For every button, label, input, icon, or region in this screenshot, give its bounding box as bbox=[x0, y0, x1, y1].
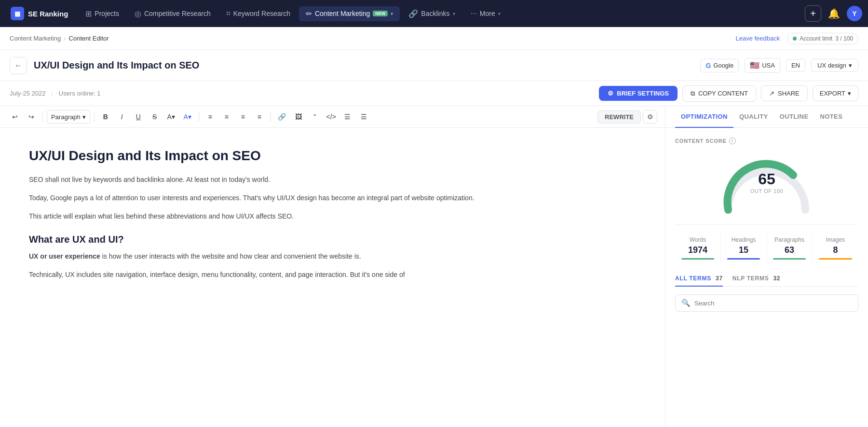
title-right: G Google 🇺🇸 USA EN UX design ▾ bbox=[700, 58, 858, 73]
stat-headings-value: 15 bbox=[739, 245, 748, 255]
bullet-list-button[interactable]: ☰ bbox=[340, 110, 355, 124]
tab-outline[interactable]: OUTLINE bbox=[774, 106, 814, 128]
terms-search-icon: 🔍 bbox=[681, 299, 691, 307]
link-button[interactable]: 🔗 bbox=[275, 110, 289, 124]
nav-item-more[interactable]: ··· More ▾ bbox=[464, 6, 507, 21]
search-engine-label: Google bbox=[713, 62, 733, 69]
content-score-info-icon[interactable]: i bbox=[729, 138, 736, 144]
document-title: UX/UI Design and Its Impact on SEO bbox=[34, 60, 199, 71]
tab-quality[interactable]: QUALITY bbox=[733, 106, 774, 128]
breadcrumb-parent[interactable]: Content Marketing bbox=[10, 35, 61, 42]
terms-search-wrap[interactable]: 🔍 bbox=[675, 294, 858, 312]
nav-label-projects: Projects bbox=[95, 10, 119, 17]
language-selector[interactable]: EN bbox=[786, 59, 805, 72]
top-navigation: ▦ SE Ranking ⊞ Projects ◎ Competitive Re… bbox=[0, 0, 868, 27]
country-selector[interactable]: 🇺🇸 USA bbox=[745, 58, 780, 73]
leave-feedback-link[interactable]: Leave feedback bbox=[735, 35, 780, 42]
logo[interactable]: ▦ SE Ranking bbox=[6, 7, 73, 20]
undo-button[interactable]: ↩ bbox=[8, 110, 22, 124]
breadcrumb-separator: › bbox=[64, 35, 66, 42]
align-right-button[interactable]: ≡ bbox=[236, 110, 250, 124]
keyword-chevron-icon: ▾ bbox=[849, 62, 852, 69]
brief-settings-label: BRIEF SETTINGS bbox=[617, 90, 669, 97]
breadcrumb: Content Marketing › Content Editor bbox=[10, 35, 109, 42]
redo-button[interactable]: ↪ bbox=[24, 110, 39, 124]
image-button[interactable]: 🖼 bbox=[291, 110, 306, 124]
ordered-list-button[interactable]: ☰ bbox=[357, 110, 371, 124]
google-g-icon: G bbox=[705, 62, 711, 69]
back-button[interactable]: ← bbox=[10, 57, 27, 74]
editor-panel: ↩ ↪ Paragraph ▾ B I U S A▾ A▾ ≡ ≡ ≡ ≡ 🔗 … bbox=[0, 106, 665, 427]
keyword-selector[interactable]: UX design ▾ bbox=[811, 59, 858, 72]
content-icon: ✏ bbox=[306, 9, 312, 18]
editor-content[interactable]: UX/UI Design and Its Impact on SEO SEO s… bbox=[0, 128, 665, 427]
stat-headings-label: Headings bbox=[732, 236, 756, 243]
keyword-icon: ⌗ bbox=[226, 9, 231, 18]
terms-tab-all[interactable]: ALL TERMS 37 bbox=[675, 271, 723, 287]
user-avatar[interactable]: Y bbox=[847, 6, 862, 21]
brief-settings-button[interactable]: ⚙ BRIEF SETTINGS bbox=[599, 86, 678, 101]
content-badge: NEW bbox=[373, 11, 388, 16]
search-engine-selector[interactable]: G Google bbox=[700, 59, 739, 72]
brief-settings-icon: ⚙ bbox=[608, 90, 613, 97]
nav-item-content[interactable]: ✏ Content Marketing NEW ▾ bbox=[299, 6, 400, 21]
content-score-label: CONTENT SCORE i bbox=[675, 138, 858, 144]
breadcrumb-current: Content Editor bbox=[69, 35, 109, 42]
notifications-bell[interactable]: 🔔 bbox=[825, 5, 843, 22]
copy-content-button[interactable]: ⧉ COPY CONTENT bbox=[682, 85, 756, 102]
stat-images-label: Images bbox=[826, 236, 845, 243]
nav-right: + 🔔 Y bbox=[805, 5, 862, 22]
share-icon: ↗ bbox=[769, 90, 774, 97]
backlinks-icon: 🔗 bbox=[408, 9, 418, 18]
font-color-button[interactable]: A▾ bbox=[180, 110, 195, 124]
nav-item-competitive[interactable]: ◎ Competitive Research bbox=[128, 6, 217, 21]
article-heading-1: UX/UI Design and Its Impact on SEO bbox=[29, 147, 636, 165]
nav-item-keyword[interactable]: ⌗ Keyword Research bbox=[219, 6, 297, 21]
strikethrough-button[interactable]: S bbox=[148, 110, 162, 124]
nav-label-keyword: Keyword Research bbox=[233, 10, 290, 17]
account-limit-badge: Account limit 3 / 100 bbox=[787, 33, 858, 44]
copy-label: COPY CONTENT bbox=[698, 90, 748, 97]
toolbar-separator-1 bbox=[42, 112, 43, 122]
competitive-icon: ◎ bbox=[135, 9, 141, 18]
tab-optimization[interactable]: OPTIMIZATION bbox=[675, 106, 733, 128]
export-button[interactable]: EXPORT ▾ bbox=[813, 85, 858, 101]
rewrite-button[interactable]: REWRITE bbox=[597, 110, 641, 124]
article-paragraph-5: Technically, UX includes site navigation… bbox=[29, 269, 636, 281]
article-paragraph-1: SEO shall not live by keywords and backl… bbox=[29, 174, 636, 186]
align-center-button[interactable]: ≡ bbox=[219, 110, 234, 124]
paragraph-style-select[interactable]: Paragraph ▾ bbox=[47, 110, 90, 124]
underline-button[interactable]: U bbox=[131, 110, 146, 124]
meta-info: July-25 2022 | Users online: 1 bbox=[10, 90, 101, 97]
new-button[interactable]: + bbox=[805, 5, 821, 22]
meta-separator: | bbox=[51, 90, 53, 97]
article-heading-2: What are UX and UI? bbox=[29, 234, 636, 245]
stat-paragraphs-value: 63 bbox=[785, 245, 794, 255]
stat-words: Words 1974 bbox=[675, 233, 721, 263]
gauge-text: 65 OUT OF 100 bbox=[750, 170, 783, 194]
toolbar-settings-button[interactable]: ⚙ bbox=[643, 110, 657, 124]
terms-search-input[interactable] bbox=[694, 300, 852, 307]
code-button[interactable]: </> bbox=[324, 110, 339, 124]
tab-notes[interactable]: NOTES bbox=[814, 106, 848, 128]
align-left-button[interactable]: ≡ bbox=[203, 110, 217, 124]
nav-label-content: Content Marketing bbox=[315, 10, 370, 17]
italic-button[interactable]: I bbox=[115, 110, 129, 124]
panel-body: CONTENT SCORE i 65 OUT OF 100 bbox=[665, 128, 868, 427]
article-paragraph-3: This article will explain what lies behi… bbox=[29, 211, 636, 222]
nav-item-projects[interactable]: ⊞ Projects bbox=[79, 6, 126, 21]
bold-button[interactable]: B bbox=[98, 110, 113, 124]
terms-tab-all-label: ALL TERMS bbox=[675, 275, 711, 282]
justify-button[interactable]: ≡ bbox=[252, 110, 267, 124]
highlight-button[interactable]: A▾ bbox=[164, 110, 178, 124]
account-limit-dot bbox=[793, 37, 797, 41]
right-panel: OPTIMIZATION QUALITY OUTLINE NOTES CONTE… bbox=[665, 106, 868, 427]
terms-tab-nlp[interactable]: NLP TERMS 32 bbox=[732, 271, 780, 287]
share-button[interactable]: ↗ SHARE bbox=[761, 85, 808, 101]
quote-button[interactable]: " bbox=[308, 110, 322, 124]
paragraph-chevron-icon: ▾ bbox=[82, 113, 86, 121]
nav-item-backlinks[interactable]: 🔗 Backlinks ▾ bbox=[402, 6, 461, 21]
paragraph-style-label: Paragraph bbox=[51, 113, 81, 121]
article-bold-text: UX or user experience bbox=[29, 252, 100, 260]
meta-bar: July-25 2022 | Users online: 1 ⚙ BRIEF S… bbox=[0, 81, 868, 106]
